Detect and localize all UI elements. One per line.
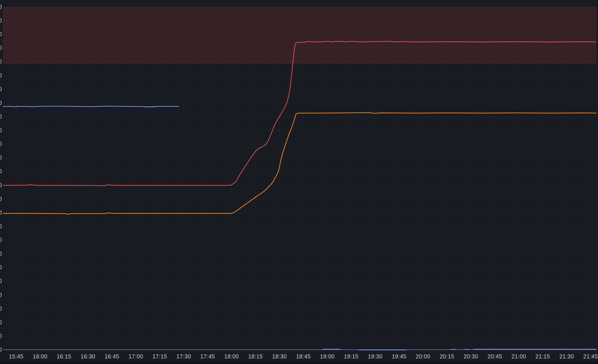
y-tick-label-clipped: 0 <box>0 251 2 256</box>
x-tick-label: 17:45 <box>200 354 215 359</box>
y-tick-label-clipped: 0 <box>0 155 2 160</box>
x-tick-label: 16:30 <box>81 354 95 359</box>
x-tick-label: 15:45 <box>9 354 23 359</box>
x-tick-label: 18:45 <box>296 354 311 359</box>
x-tick-label: 20:45 <box>488 354 502 359</box>
y-tick-label-clipped: 0 <box>0 347 2 353</box>
x-tick-label: 20:00 <box>416 354 430 359</box>
y-tick-label-clipped: 0 <box>0 306 2 312</box>
y-tick-label-clipped: 0 <box>0 237 2 243</box>
x-tick-label: 21:45 <box>583 354 598 359</box>
x-tick-label: 16:00 <box>33 354 47 359</box>
x-tick-label: 16:45 <box>105 354 119 359</box>
plot-area[interactable] <box>3 7 597 350</box>
x-tick-label: 21:15 <box>535 354 550 359</box>
y-tick-label-clipped: 0 <box>0 86 2 92</box>
x-tick-label: 18:00 <box>224 354 239 359</box>
y-tick-label-clipped: 0 <box>0 182 2 188</box>
x-tick-label: 20:30 <box>464 354 478 359</box>
y-tick-label-clipped: 0 <box>0 114 2 119</box>
y-tick-label-clipped: 0 <box>0 59 2 64</box>
y-tick-label-clipped: 0 <box>0 31 2 37</box>
x-tick-label: 18:30 <box>272 354 287 359</box>
x-tick-label: 21:00 <box>511 354 526 359</box>
x-tick-label: 20:15 <box>440 354 454 359</box>
y-gridline <box>3 350 597 350</box>
x-tick-label: 21:30 <box>559 354 574 359</box>
x-tick-label: 19:45 <box>392 354 406 359</box>
y-tick-label-clipped: 0 <box>0 45 2 51</box>
y-tick-label-clipped: 0 <box>0 4 2 10</box>
x-tick-label: 17:30 <box>176 354 191 359</box>
bottom-edge-strip <box>0 363 598 364</box>
x-tick-label: 18:15 <box>248 354 263 359</box>
x-tick-label: 19:00 <box>320 354 335 359</box>
y-tick-label-clipped: 0 <box>0 169 2 174</box>
y-tick-label-clipped: 0 <box>0 265 2 270</box>
x-tick-label: 19:15 <box>344 354 358 359</box>
x-tick-label: 16:15 <box>57 354 71 359</box>
y-tick-label-clipped: 0 <box>0 196 2 202</box>
y-tick-label-clipped: 0 <box>0 100 2 106</box>
y-tick-label-clipped: 0 <box>0 210 2 215</box>
x-tick-label: 17:00 <box>129 354 143 359</box>
y-tick-label-clipped: 0 <box>0 278 2 284</box>
y-tick-label-clipped: 0 <box>0 127 2 133</box>
y-tick-label-clipped: 0 <box>0 292 2 298</box>
y-tick-label-clipped: 0 <box>0 18 2 23</box>
grafana-time-series-panel: 15:4516:0016:1516:3016:4517:0017:1517:30… <box>0 0 598 364</box>
y-tick-label-clipped: 0 <box>0 223 2 229</box>
x-tick-label: 17:15 <box>152 354 167 359</box>
y-tick-label-clipped: 0 <box>0 141 2 147</box>
y-tick-label-clipped: 0 <box>0 320 2 325</box>
y-tick-label-clipped: 0 <box>0 73 2 78</box>
x-tick-label: 19:30 <box>368 354 382 359</box>
y-tick-label-clipped: 0 <box>0 333 2 339</box>
